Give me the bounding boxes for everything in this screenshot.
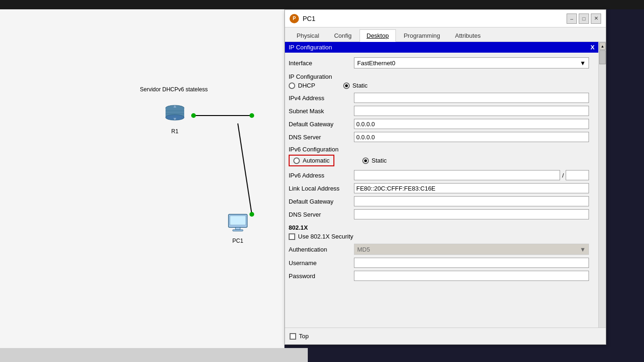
- interface-select[interactable]: FastEthernet0 ▼: [354, 57, 589, 68]
- auth-value: MD5: [357, 246, 370, 253]
- pc1-device-label: PC1: [226, 238, 249, 244]
- pt-icon: P: [290, 14, 299, 23]
- ipv4-address-row: IPv4 Address: [289, 93, 589, 103]
- dhcp-label: DHCP: [298, 82, 315, 89]
- password-label: Password: [289, 273, 354, 280]
- ip-config-close[interactable]: X: [590, 44, 595, 51]
- static-radio[interactable]: [343, 82, 350, 89]
- section-8021x: 802.1X: [289, 224, 589, 231]
- default-gateway6-input[interactable]: [354, 196, 589, 206]
- ipv6-address-row: IPv6 Address /: [289, 170, 589, 180]
- subnet-mask-row: Subnet Mask: [289, 106, 589, 116]
- dns6-server-input[interactable]: [354, 209, 589, 219]
- auto-label: Automatic: [303, 157, 330, 164]
- scrollbar-thumb[interactable]: [599, 50, 606, 64]
- ipv6-radio-group: Automatic Static: [289, 155, 589, 166]
- link-local-label: Link Local Address: [289, 185, 354, 192]
- subnet-mask-input[interactable]: [354, 106, 589, 116]
- scroll-up-arrow[interactable]: ▲: [599, 42, 606, 50]
- static-radio-item[interactable]: Static: [343, 82, 368, 89]
- ip-config-section-title: IP Configuration: [289, 73, 589, 80]
- auto-radio-item[interactable]: Automatic: [289, 155, 334, 166]
- pc1-window: P PC1 – □ ✕ Physical Config Desktop Prog…: [284, 9, 606, 345]
- subnet-mask-label: Subnet Mask: [289, 108, 354, 115]
- bottom-bar: Top: [285, 328, 606, 344]
- username-row: Username: [289, 258, 589, 268]
- svg-rect-14: [235, 227, 240, 230]
- window-content: ▲ ▼ IP Configuration X Interface FastEth…: [285, 42, 606, 340]
- svg-rect-13: [230, 216, 246, 225]
- ipv6-prefix-input[interactable]: [566, 170, 589, 180]
- auto-radio[interactable]: [293, 157, 300, 164]
- password-row: Password: [289, 271, 589, 281]
- bottom-gray-bar: [0, 348, 308, 362]
- dns-server-row: DNS Server: [289, 132, 589, 142]
- tab-desktop[interactable]: Desktop: [360, 29, 396, 42]
- auth-label: Authentication: [289, 246, 354, 253]
- ipv6-config-section-title: IPv6 Configuration: [289, 146, 589, 153]
- dns6-server-label: DNS Server: [289, 211, 354, 218]
- svg-rect-15: [233, 230, 243, 231]
- top-label: Top: [299, 333, 309, 340]
- use-8021x-label: Use 802.1X Security: [298, 233, 353, 240]
- interface-dropdown-arrow: ▼: [580, 60, 586, 67]
- static6-label: Static: [372, 157, 387, 164]
- use-8021x-row: Use 802.1X Security: [289, 233, 589, 240]
- pc1-device: PC1: [226, 212, 249, 244]
- maximize-button[interactable]: □: [579, 14, 589, 24]
- window-title-area: P PC1: [290, 14, 315, 23]
- dns-server-input[interactable]: [354, 132, 589, 142]
- top-checkbox-row: Top: [290, 333, 309, 340]
- top-checkbox[interactable]: [290, 333, 296, 340]
- dns-server-label: DNS Server: [289, 134, 354, 141]
- window-controls[interactable]: – □ ✕: [567, 14, 601, 24]
- use-8021x-checkbox[interactable]: [289, 233, 295, 240]
- password-input[interactable]: [354, 271, 589, 281]
- ipv6-address-label: IPv6 Address: [289, 172, 354, 179]
- tab-bar: Physical Config Desktop Programming Attr…: [285, 27, 606, 42]
- interface-value: FastEthernet0: [357, 60, 395, 67]
- default-gateway6-label: Default Gateway: [289, 198, 354, 205]
- ipv4-address-input[interactable]: [354, 93, 589, 103]
- router-r1: R1: [163, 102, 187, 135]
- router-r1-label: R1: [163, 128, 187, 135]
- ipv4-address-label: IPv4 Address: [289, 95, 354, 102]
- ipv6-input-group: /: [354, 170, 589, 180]
- username-input[interactable]: [354, 258, 589, 268]
- interface-label: Interface: [289, 60, 354, 67]
- default-gateway6-row: Default Gateway: [289, 196, 589, 206]
- dhcp-radio[interactable]: [289, 82, 295, 89]
- close-button[interactable]: ✕: [591, 14, 601, 24]
- window-titlebar: P PC1 – □ ✕: [285, 10, 606, 27]
- dhcp-label: Servidor DHCPv6 stateless: [140, 86, 208, 93]
- default-gateway-label: Default Gateway: [289, 121, 354, 128]
- default-gateway-input[interactable]: [354, 119, 589, 129]
- auth-select[interactable]: MD5 ▼: [354, 244, 589, 255]
- slash-separator: /: [560, 172, 566, 179]
- static-label: Static: [353, 82, 368, 89]
- ip-radio-group: DHCP Static: [289, 82, 589, 89]
- tab-programming[interactable]: Programming: [397, 29, 447, 41]
- ip-config-header: IP Configuration X: [285, 42, 598, 53]
- interface-row: Interface FastEthernet0 ▼: [289, 56, 589, 69]
- minimize-button[interactable]: –: [567, 14, 577, 24]
- auth-row: Authentication MD5 ▼: [289, 244, 589, 255]
- link-local-input[interactable]: [354, 183, 589, 193]
- auth-dropdown-arrow: ▼: [580, 246, 586, 253]
- scrollbar[interactable]: ▲ ▼: [598, 42, 606, 340]
- tab-physical[interactable]: Physical: [290, 29, 326, 41]
- static6-radio[interactable]: [362, 157, 369, 164]
- network-background: [0, 9, 284, 362]
- ipv6-address-input[interactable]: [354, 170, 560, 180]
- tab-attributes[interactable]: Attributes: [448, 29, 488, 41]
- link-local-row: Link Local Address: [289, 183, 589, 193]
- window-title-text: PC1: [303, 15, 315, 22]
- form-area: Interface FastEthernet0 ▼ IP Configurati…: [285, 53, 598, 287]
- auto-highlight-box: Automatic: [289, 155, 334, 166]
- top-bar: [0, 0, 644, 9]
- tab-config[interactable]: Config: [327, 29, 359, 41]
- ip-config-title: IP Configuration: [289, 44, 332, 51]
- dhcp-radio-item[interactable]: DHCP: [289, 82, 315, 89]
- dns6-server-row: DNS Server: [289, 209, 589, 219]
- static6-radio-item[interactable]: Static: [362, 157, 387, 164]
